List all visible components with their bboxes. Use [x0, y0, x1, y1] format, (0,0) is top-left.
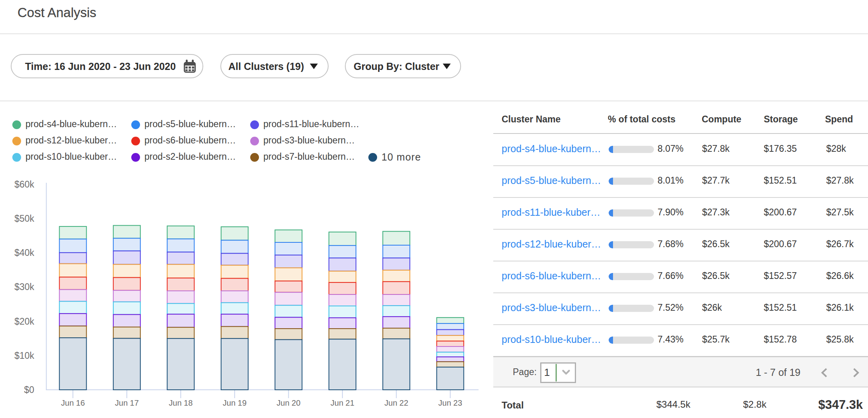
- svg-text:$60k: $60k: [14, 179, 34, 190]
- svg-text:$10k: $10k: [14, 350, 34, 361]
- svg-text:$40k: $40k: [14, 248, 34, 258]
- svg-text:$50k: $50k: [14, 213, 34, 224]
- svg-text:Jun 18: Jun 18: [169, 399, 193, 407]
- svg-text:Jun 19: Jun 19: [223, 399, 247, 407]
- svg-text:$20k: $20k: [14, 316, 34, 327]
- svg-text:Jun 22: Jun 22: [384, 399, 408, 407]
- svg-text:Jun 20: Jun 20: [276, 399, 300, 407]
- svg-text:Jun 16: Jun 16: [61, 399, 85, 407]
- svg-text:Jun 21: Jun 21: [331, 399, 354, 407]
- svg-text:$30k: $30k: [14, 282, 34, 292]
- svg-text:Jun 17: Jun 17: [115, 399, 139, 407]
- svg-text:$0: $0: [24, 385, 34, 395]
- svg-text:Jun 23: Jun 23: [438, 399, 462, 407]
